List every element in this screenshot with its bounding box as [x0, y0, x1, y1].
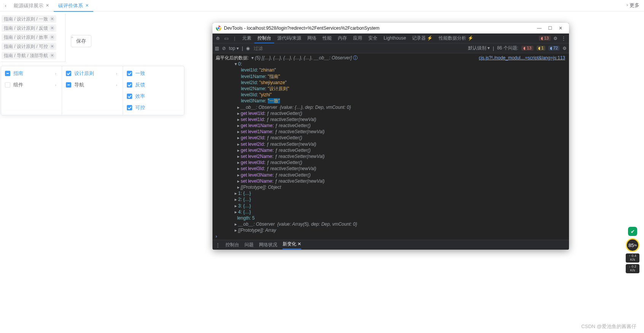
chrome-icon [216, 25, 222, 31]
tag-label: 指南 / 设计原则 / 反馈 [4, 25, 48, 32]
item-label: 设计原则 [74, 70, 94, 77]
console-output[interactable]: 扁平化后的数据: ▾ (5) [{…}, {…}, {…}, {…}, {…},… [213, 53, 569, 240]
devtools-tab[interactable]: 性能 [320, 33, 335, 43]
checkbox[interactable] [5, 71, 10, 76]
minimize-icon[interactable]: — [534, 25, 545, 31]
close-icon[interactable]: ✕ [85, 3, 89, 8]
clear-console-icon[interactable]: ⊘ [222, 46, 226, 51]
chevron-right-icon: › [116, 71, 117, 76]
chevron-right-icon: › [55, 71, 56, 76]
issue-warn-badge[interactable]: ◖ 1 [537, 46, 545, 51]
devtools-tab[interactable]: 应用 [350, 33, 365, 43]
close-icon[interactable]: ✕ [50, 44, 55, 49]
devtools-titlebar[interactable]: DevTools - localhost:9528/login?redirect… [213, 23, 569, 33]
tabs-next[interactable]: › [626, 2, 628, 8]
tabs-prev[interactable]: ‹ [2, 3, 9, 8]
devtools-tab[interactable]: 记录器 ⚡ [409, 33, 436, 43]
close-icon[interactable]: ✕ [50, 25, 55, 31]
tag-label: 指南 / 导航 / 顶部导航 [4, 52, 48, 59]
performance-ring[interactable]: 85% [626, 238, 639, 252]
item-label: 反馈 [135, 81, 145, 88]
devtools-window[interactable]: DevTools - localhost:9528/login?redirect… [213, 23, 569, 250]
tab-carbon[interactable]: 碳评价体系✕ [54, 0, 93, 11]
drawer-tabs: ⋮ 控制台问题网络状况新变化 ✕ [213, 240, 569, 250]
live-expression-icon[interactable]: ◉ [246, 46, 250, 51]
close-icon[interactable]: ✕ [50, 16, 55, 22]
devtools-tab[interactable]: 元素 [239, 33, 254, 43]
cascader-item[interactable]: 导航› [62, 79, 123, 91]
app-tab-bar: ‹ 能源碳排展示✕ 碳评价体系✕ [0, 0, 644, 11]
checkbox[interactable] [5, 82, 10, 88]
devtools-tab[interactable]: 控制台 [254, 33, 274, 43]
drawer-tab[interactable]: 新变化 ✕ [283, 241, 301, 249]
close-icon[interactable]: ✕ [50, 53, 55, 58]
sidebar-toggle-icon[interactable]: ▥ [215, 46, 219, 51]
kebab-icon[interactable]: ⋮ [560, 36, 567, 41]
chevron-right-icon: › [55, 83, 56, 87]
kebab-icon[interactable]: ⋮ [216, 242, 220, 248]
tag-chip[interactable]: 指南 / 设计原则 / 一致✕ [2, 15, 56, 23]
item-label: 指南 [13, 70, 23, 77]
tag-chip[interactable]: 指南 / 设计原则 / 反馈✕ [2, 24, 56, 32]
chevron-right-icon: › [116, 83, 117, 87]
console-toolbar: ▥ ⊘ top ▾ | ◉ 默认级别 ▾ | 86 个问题: ◖ 13 ◖ 1 … [213, 43, 569, 53]
tag-chip[interactable]: 指南 / 导航 / 顶部导航✕ [2, 52, 56, 59]
inspect-icon[interactable]: ⟰ [214, 36, 222, 41]
issue-error-badge[interactable]: ◖ 13 [521, 46, 533, 51]
devtools-tab[interactable]: 安全 [365, 33, 380, 43]
cascader-col-3[interactable]: 一致反馈效率可控 [123, 66, 184, 115]
devtools-tabs: ⟰ ▭ | 元素控制台源代码/来源网络性能内存应用安全Lighthouse记录器… [213, 33, 569, 43]
item-label: 组件 [13, 81, 23, 88]
issues-label[interactable]: 86 个问题: [497, 45, 518, 51]
checkbox[interactable] [66, 82, 71, 88]
close-icon[interactable]: ✕ [555, 25, 566, 31]
checkbox[interactable] [127, 105, 132, 110]
cascader-col-1[interactable]: 指南›组件› [1, 66, 62, 115]
issue-info-badge[interactable]: ◖ 72 [548, 46, 559, 51]
cascader-item[interactable]: 指南› [1, 68, 62, 79]
gear-icon[interactable]: ⚙ [563, 46, 567, 51]
devtools-tab[interactable]: 源代码/来源 [274, 33, 304, 43]
tab-label: 碳评价体系 [58, 2, 83, 9]
devtools-tab[interactable]: 性能数据分析 ⚡ [436, 33, 476, 43]
devtools-tab[interactable]: 内存 [335, 33, 350, 43]
context-selector[interactable]: top ▾ [229, 46, 239, 51]
shield-icon[interactable]: ✔ [628, 227, 637, 236]
checkbox[interactable] [127, 82, 132, 88]
tab-label: 能源碳排展示 [14, 2, 43, 9]
source-link[interactable]: cjs.js?!./node_modul…=script&lang=js:113 [479, 55, 565, 61]
cascader-item[interactable]: 可控 [123, 102, 184, 113]
checkbox[interactable] [66, 71, 71, 76]
drawer-tab[interactable]: 网络状况 [259, 242, 277, 248]
devtools-tab[interactable]: Lighthouse [380, 33, 409, 43]
cascader-item[interactable]: 反馈 [123, 79, 184, 91]
watermark: CSDN @爱池鱼的酱酱仔 [581, 323, 636, 330]
checkbox[interactable] [127, 94, 132, 99]
drawer-tab[interactable]: 控制台 [225, 242, 239, 248]
cascader-col-2[interactable]: 设计原则›导航› [62, 66, 123, 115]
close-icon[interactable]: ✕ [297, 241, 301, 247]
tag-label: 指南 / 设计原则 / 一致 [4, 16, 48, 22]
download-speed: ↓ 0.2K/s [626, 264, 639, 273]
cascader-item[interactable]: 一致 [123, 68, 184, 79]
cascader-item[interactable]: 设计原则› [62, 68, 123, 79]
devtools-tab[interactable]: 网络 [304, 33, 320, 43]
tag-label: 指南 / 设计原则 / 效率 [4, 34, 48, 41]
filter-input[interactable] [253, 45, 465, 51]
tag-chip[interactable]: 指南 / 设计原则 / 效率✕ [2, 33, 56, 41]
gear-icon[interactable]: ⚙ [551, 36, 559, 41]
error-count-badge[interactable]: ◖ 13 [539, 36, 551, 41]
cascader-item[interactable]: 组件› [1, 79, 62, 91]
level-selector[interactable]: 默认级别 ▾ [468, 45, 490, 51]
maximize-icon[interactable]: ☐ [545, 25, 555, 31]
tag-chip[interactable]: 指南 / 设计原则 / 可控✕ [2, 43, 56, 50]
cascader-item[interactable]: 效率 [123, 91, 184, 102]
more-button[interactable]: 更多 [630, 2, 639, 9]
checkbox[interactable] [127, 71, 132, 76]
chevron-up-icon[interactable]: ⌃ [70, 36, 74, 41]
tab-energy[interactable]: 能源碳排展示✕ [9, 0, 54, 11]
close-icon[interactable]: ✕ [50, 35, 55, 40]
close-icon[interactable]: ✕ [46, 3, 49, 8]
device-icon[interactable]: ▭ [222, 36, 230, 41]
drawer-tab[interactable]: 问题 [244, 242, 254, 248]
